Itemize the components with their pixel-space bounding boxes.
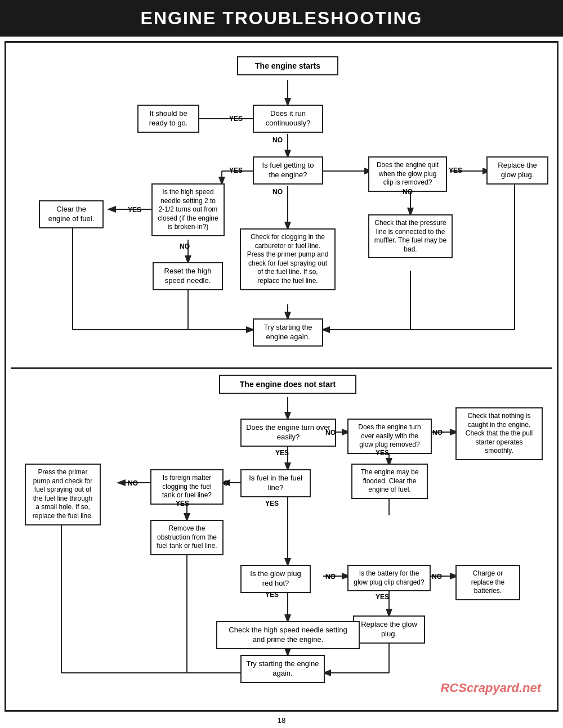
top-pressure-box: Check that the pressure line is connecte… [368, 214, 453, 258]
bottom-start-box: The engine does not start [219, 375, 356, 394]
top-yes4: YES [449, 167, 462, 174]
bottom-q3: Is fuel in the fuel line? [240, 469, 311, 497]
bottom-yes4: YES [176, 500, 189, 507]
bottom-yes5: YES [265, 591, 279, 599]
bottom-no5: NO [325, 573, 336, 581]
top-section: The engine starts Does it run continuous… [11, 48, 552, 369]
bottom-yes3: YES [265, 500, 279, 507]
bottom-try-box: Try starting the engine again. [240, 655, 325, 683]
page-number: 18 [0, 716, 563, 725]
bottom-flooded-box: The engine may be flooded. Clear the eng… [351, 464, 428, 499]
top-no3: NO [180, 242, 190, 250]
top-yes1: YES [229, 115, 243, 123]
top-q3: Does the engine quit when the glow plug … [368, 156, 447, 192]
bottom-highspeed-box: Check the high speed needle setting and … [216, 621, 360, 649]
bottom-yes1: YES [275, 449, 289, 457]
top-highspeed-box: Is the high speed needle setting 2 to 2-… [151, 183, 225, 236]
top-q2: Is fuel getting to the engine? [253, 156, 323, 185]
bottom-section: The engine does not start Does the engin… [11, 369, 552, 707]
bottom-primer-box: Press the primer pump and check for fuel… [25, 464, 101, 525]
top-reset-box: Reset the high speed needle. [153, 262, 223, 290]
top-replace-glow-box: Replace the glow plug. [486, 156, 548, 185]
top-no2: NO [272, 188, 283, 196]
top-clog-box: Check for clogging in the carburetor or … [240, 228, 336, 290]
top-ready-box: It should be ready to go. [137, 105, 199, 133]
top-clear-box: Clear the engine of fuel. [39, 200, 104, 228]
top-no4: NO [403, 188, 413, 196]
watermark: RCScrapyard.net [440, 681, 541, 695]
bottom-no4: NO [128, 479, 138, 487]
bottom-q6: Is the battery for the glow plug clip ch… [347, 565, 431, 591]
bottom-q5: Is the glow plug red hot? [240, 565, 311, 593]
bottom-replace-glow-box: Replace the glow plug. [353, 615, 425, 644]
bottom-no2: NO [432, 429, 443, 437]
top-q1: Does it run continuously? [253, 105, 323, 133]
bottom-charge-box: Charge or replace the batteries. [455, 565, 520, 600]
top-yes2: YES [229, 167, 243, 174]
top-try-box: Try starting the engine again. [253, 318, 323, 347]
top-start-box: The engine starts [237, 56, 338, 75]
top-no1: NO [272, 136, 283, 144]
bottom-caught-box: Check that nothing is caught in the engi… [455, 407, 543, 460]
bottom-q2: Does the engine turn over easily with th… [347, 419, 432, 454]
bottom-yes6: YES [376, 593, 389, 601]
top-yes3: YES [128, 206, 141, 214]
bottom-q1: Does the engine turn over easily? [240, 419, 336, 447]
bottom-remove-box: Remove the obstruction from the fuel tan… [150, 520, 224, 555]
page-title: ENGINE TROUBLESHOOTING [0, 0, 563, 37]
bottom-no6: NO [432, 573, 442, 581]
bottom-no1: NO [325, 429, 336, 437]
diagram-area: The engine starts Does it run continuous… [5, 41, 558, 712]
bottom-yes2: YES [376, 449, 389, 457]
